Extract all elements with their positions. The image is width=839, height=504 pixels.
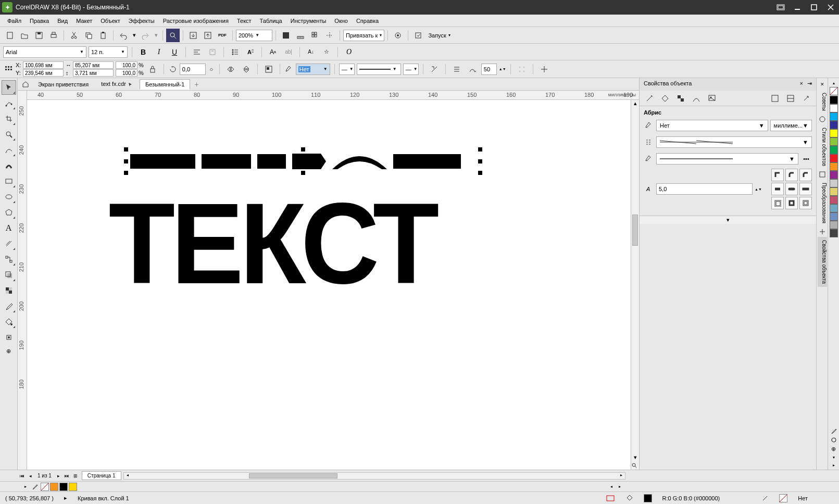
palette-eyedrop[interactable] xyxy=(830,427,838,435)
align-button-2[interactable] xyxy=(450,62,464,76)
zoom-combo[interactable]: 200%▼ xyxy=(236,30,272,41)
scroll-right[interactable]: ▸ xyxy=(618,473,625,477)
outline-value-combo[interactable]: Нет▼ xyxy=(656,120,768,131)
dash-style-combo[interactable]: ▼ xyxy=(656,153,798,165)
position-center[interactable] xyxy=(785,197,798,209)
scrollbar-horizontal[interactable]: ◂ ▸ xyxy=(123,472,625,480)
outline-o-button[interactable]: O xyxy=(342,45,356,59)
parallel-tool[interactable] xyxy=(2,236,16,251)
export-button[interactable] xyxy=(201,29,215,42)
polygon-tool[interactable] xyxy=(2,205,16,220)
menu-window[interactable]: Окно xyxy=(330,16,352,26)
mirror-v-button[interactable] xyxy=(240,62,253,76)
artistic-media-tool[interactable] xyxy=(2,158,16,173)
fill-tool[interactable] xyxy=(2,314,16,329)
add-button[interactable] xyxy=(537,62,551,76)
options-button[interactable] xyxy=(391,29,405,42)
height-input[interactable] xyxy=(73,69,114,77)
scale-x-input[interactable] xyxy=(116,61,137,69)
palette-color-12[interactable] xyxy=(830,196,838,204)
palette-color-2[interactable] xyxy=(830,112,838,121)
bullets-button[interactable] xyxy=(228,45,242,59)
more-dash-button[interactable]: ••• xyxy=(800,152,812,166)
menu-text[interactable]: Текст xyxy=(233,16,256,26)
palette-bucket[interactable] xyxy=(830,436,838,444)
menu-tools[interactable]: Инструменты xyxy=(286,16,331,26)
menu-layout[interactable]: Макет xyxy=(72,16,96,26)
position-outside[interactable] xyxy=(771,197,784,209)
side-icon-1[interactable] xyxy=(818,115,827,123)
auto-close-button[interactable] xyxy=(428,62,441,76)
palette-color-11[interactable] xyxy=(830,187,838,196)
menu-effects[interactable]: Эффекты xyxy=(124,16,159,26)
side-tab-hints[interactable]: Советы xyxy=(818,90,827,114)
outline-width-combo[interactable]: Нет▼ xyxy=(296,64,330,75)
miter-limit-input[interactable] xyxy=(656,183,753,195)
menu-table[interactable]: Таблица xyxy=(256,16,286,26)
docker-mode-1[interactable] xyxy=(768,92,782,105)
reduce-nodes-input[interactable] xyxy=(481,64,497,75)
x-position-input[interactable] xyxy=(23,61,64,69)
cut-button[interactable] xyxy=(67,29,81,42)
scroll-thumb-h[interactable] xyxy=(249,473,337,478)
palette-down[interactable]: ▾ xyxy=(830,453,838,461)
selection-handle[interactable] xyxy=(124,147,128,152)
palette-menu[interactable]: ▸ xyxy=(830,461,838,469)
tab-textfx[interactable]: text fx.cdr xyxy=(95,79,139,89)
redo-dropdown[interactable]: ▾ xyxy=(153,29,159,42)
doc-color-3[interactable] xyxy=(69,483,77,491)
new-button[interactable] xyxy=(3,29,17,42)
docker-mode-2[interactable] xyxy=(784,92,797,105)
save-button[interactable] xyxy=(32,29,46,42)
launch-combo[interactable]: Запуск▾ xyxy=(426,30,452,41)
corner-miter[interactable] xyxy=(771,169,784,181)
miter-spinner[interactable]: ▲▼ xyxy=(755,182,762,196)
palette-color-9[interactable] xyxy=(830,171,838,179)
outline-units-combo[interactable]: миллиме...▼ xyxy=(770,120,812,131)
palette-color-1[interactable] xyxy=(830,104,838,112)
page-first[interactable]: ⏮ xyxy=(18,472,26,480)
menu-bitmaps[interactable]: Растровые изображения xyxy=(159,16,233,26)
cap-round[interactable] xyxy=(785,183,798,195)
transparency-tool[interactable] xyxy=(2,283,16,298)
page-tab-1[interactable]: Страница 1 xyxy=(82,471,121,480)
font-combo[interactable]: Arial▼ xyxy=(3,46,86,58)
palette-color-3[interactable] xyxy=(830,121,838,129)
cap-square[interactable] xyxy=(799,183,812,195)
palette-color-16[interactable] xyxy=(830,229,838,237)
char-format-button[interactable]: Aa xyxy=(266,45,280,59)
palette-color-0[interactable] xyxy=(830,96,838,104)
ellipse-tool[interactable] xyxy=(2,190,16,204)
selection-handle[interactable] xyxy=(124,159,128,163)
redo-button[interactable] xyxy=(139,29,152,42)
close-button[interactable] xyxy=(824,2,837,12)
selection-handle[interactable] xyxy=(478,171,482,175)
home-tab[interactable] xyxy=(20,78,31,91)
docker-tab-outline[interactable] xyxy=(643,92,656,105)
eyedropper-tool[interactable] xyxy=(2,299,16,313)
scroll-thumb-v[interactable] xyxy=(632,215,638,246)
line-style-combo[interactable]: ▼ xyxy=(656,136,812,148)
palette-color-7[interactable] xyxy=(830,154,838,162)
align-button[interactable] xyxy=(190,45,204,59)
smart-fill-tool[interactable] xyxy=(2,330,16,345)
import-button[interactable] xyxy=(186,29,200,42)
underline-button[interactable]: U xyxy=(168,45,181,59)
status-outline-swatch[interactable] xyxy=(779,494,787,502)
doc-color-2[interactable] xyxy=(59,483,68,491)
maximize-button[interactable] xyxy=(808,2,820,12)
position-inside[interactable] xyxy=(799,197,812,209)
drop-shadow-tool[interactable] xyxy=(2,268,16,282)
snap-combo[interactable]: Привязать к▾ xyxy=(343,30,384,41)
side-tab-properties[interactable]: Свойства объекта xyxy=(818,237,827,287)
expand-toolbox[interactable]: ⊕ xyxy=(2,346,16,356)
bold-button[interactable]: B xyxy=(136,45,150,59)
shape-tool[interactable] xyxy=(2,96,16,110)
interactive-button[interactable] xyxy=(206,45,219,59)
open-button[interactable] xyxy=(18,29,31,42)
rulers-button[interactable] xyxy=(294,29,307,42)
freehand-tool[interactable] xyxy=(2,143,16,157)
undo-dropdown[interactable]: ▾ xyxy=(131,29,137,42)
palette-none[interactable] xyxy=(830,87,838,95)
palette-color-4[interactable] xyxy=(830,129,838,137)
